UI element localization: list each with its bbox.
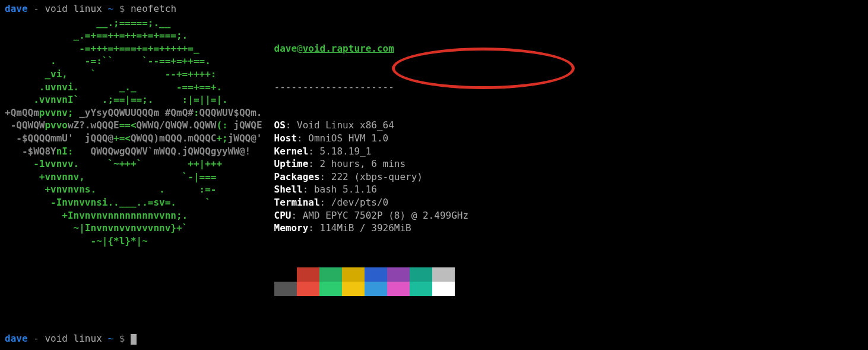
prompt-tilde: ~ [102,333,119,344]
prompt-host: void linux [45,333,102,344]
prompt-user: dave [5,333,28,344]
color-swatch [319,267,342,282]
info-row-shell: Shell: bash 5.1.16 [274,183,469,196]
color-swatch [342,267,365,282]
info-value: 114MiB / 3926MiB [320,222,411,234]
info-value: AMD EPYC 7502P (8) @ 2.499GHz [303,210,468,221]
color-swatch [410,282,432,296]
color-swatch [432,282,455,296]
prompt-dash: - [28,3,45,14]
prompt-tilde: ~ [102,3,119,14]
palette-row-light [274,282,469,296]
neofetch-output: __.;=====;.__ _.=+==++=++=+=+===;. -=+++… [5,17,863,321]
prompt-dollar: $ [119,333,125,344]
info-label: Memory [274,222,309,234]
info-label: Kernel [274,146,309,157]
info-row-uptime: Uptime: 2 hours, 6 mins [274,157,469,171]
info-value: bash 5.1.16 [314,184,377,195]
color-swatch [274,282,297,296]
palette-row-dark [274,267,469,282]
info-value: 5.18.19_1 [320,146,372,157]
info-row-packages: Packages: 222 (xbps-query) [274,171,469,184]
info-user: dave [274,43,297,54]
info-at: @ [297,43,303,54]
info-hostname: void.rapture.com [303,43,394,54]
color-swatch [365,282,387,296]
prompt-dash: - [28,333,45,344]
prompt-line-1: dave - void linux ~ $ neofetch [5,2,863,15]
info-value: 2 hours, 6 mins [320,158,406,169]
info-value: Void Linux x86_64 [297,119,394,131]
info-row-os: OS: Void Linux x86_64 [274,119,469,132]
ascii-logo: __.;=====;.__ _.=+==++=++=+=+===;. -=+++… [5,17,262,248]
info-label: OS [274,119,286,131]
color-swatch [342,282,365,296]
color-swatch [297,267,319,282]
info-row-kernel: Kernel: 5.18.19_1 [274,145,469,158]
info-value: OmniOS HVM 1.0 [308,133,388,144]
color-swatch [410,267,432,282]
info-label: Packages [274,171,320,182]
color-swatch [387,267,410,282]
cursor[interactable] [131,334,137,345]
prompt-dollar: $ [119,3,125,14]
color-swatch [365,267,387,282]
info-header: dave@void.rapture.com [274,42,469,55]
info-value: 222 (xbps-query) [331,171,423,182]
color-swatch [432,267,455,282]
info-label: Shell [274,184,303,195]
color-palette [274,267,469,296]
prompt-user: dave [5,3,28,14]
prompt-host: void linux [45,3,102,14]
info-row-memory: Memory: 114MiB / 3926MiB [274,222,469,235]
prompt-command: neofetch [125,3,176,14]
info-label: CPU [274,210,292,221]
color-swatch [297,282,319,296]
info-value: /dev/pts/0 [331,197,388,208]
color-swatch [274,267,297,282]
color-swatch [387,282,410,296]
color-swatch [319,282,342,296]
info-row-cpu: CPU: AMD EPYC 7502P (8) @ 2.499GHz [274,209,469,222]
system-info: dave@void.rapture.com ------------------… [274,17,469,321]
info-label: Terminal [274,197,320,208]
info-label: Host [274,133,297,144]
prompt-line-2[interactable]: dave - void linux ~ $ [5,332,137,345]
info-row-host: Host: OmniOS HVM 1.0 [274,132,469,145]
info-row-terminal: Terminal: /dev/pts/0 [274,196,469,209]
info-separator: --------------------- [274,81,469,94]
info-label: Uptime [274,158,309,169]
